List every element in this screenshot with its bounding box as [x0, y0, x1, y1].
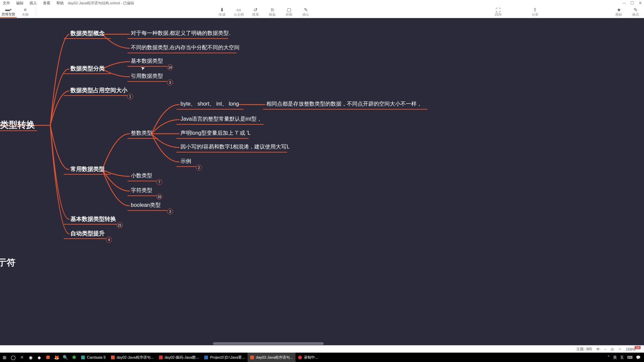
node-i2[interactable]: Java语言的整型常量默认是int型， [179, 116, 263, 124]
badge-booltype[interactable]: 3 [167, 208, 173, 215]
toolbar: ▬▪ 思维导图 ≡ 大纲 ⬇生成 ▭云文档 ↺联系 ⎘框架 ▢外框 ✎插云 ⛶Z… [0, 6, 644, 18]
close-icon[interactable]: ✕ [639, 1, 642, 5]
zoom-in-icon[interactable]: ＋ [618, 346, 622, 352]
node-dectype[interactable]: 小数类型 [129, 172, 154, 180]
zoom-out-icon[interactable]: − [604, 347, 606, 352]
topic-count: 主题: 385 [576, 347, 592, 352]
taskbar-item-ppt[interactable]: day02-疯码-Java数... [156, 353, 202, 362]
outline-icon: ≡ [24, 7, 26, 12]
badge-i5[interactable]: 2 [196, 165, 202, 171]
search-icon[interactable]: 🔍 [61, 355, 70, 360]
tool-zen[interactable]: ⛶ZEN [490, 6, 506, 18]
taskbar: ⊞ ◯ ⌗ ◉ ◆ 🦊 🔍 Camtasia 9 day02-Java程序语句.… [0, 353, 644, 362]
app-icon-1[interactable]: ◆ [35, 355, 44, 360]
star-icon: ★ [617, 7, 621, 12]
node-inttype[interactable]: 整数类型 [129, 130, 154, 138]
zoom-reset-icon[interactable]: ◎ [610, 347, 614, 352]
taskbar-item-ide[interactable]: Project3 [D:\Java零... [202, 353, 248, 362]
start-icon[interactable]: ⊞ [0, 355, 9, 360]
maximize-icon[interactable]: ☐ [630, 1, 634, 5]
badge-basic[interactable]: 14 [167, 64, 173, 70]
node-c2[interactable]: 不同的数据类型,在内存当中分配不同的大空间 [129, 44, 241, 52]
statusbar: 主题: 385 👁 − ◎ ＋ 169%15 [0, 345, 644, 353]
cortana-icon[interactable]: ◯ [9, 355, 17, 360]
tab-mindmap[interactable]: ▬▪ 思维导图 [0, 6, 17, 18]
node-autoup[interactable]: 自动类型提升 [69, 230, 106, 238]
tray-chevron-icon[interactable]: ˄ [608, 355, 610, 360]
taskbar-item-xmind[interactable]: day02-Java程序语句... [108, 353, 156, 362]
node-classify[interactable]: 数据类型分类 [69, 65, 106, 73]
node-i4[interactable]: 因小写的l容易和数字1相混淆，建议使用大写L [179, 143, 291, 152]
chrome-icon[interactable]: ◉ [26, 355, 35, 360]
firefox-icon[interactable]: 🦊 [52, 355, 61, 360]
node-ref[interactable]: 引用数据类型 [129, 73, 164, 81]
menu-edit[interactable]: 编辑 [16, 1, 23, 6]
badge-space[interactable]: 1 [127, 94, 133, 100]
ime-mode[interactable]: 五 [620, 355, 624, 360]
node-i1[interactable]: byte、 short、 int、 long [179, 101, 240, 109]
titlebar: 文件 编辑 插入 查看 帮助 day02-Java程序语句结构.xmind - … [0, 0, 644, 6]
taskbar-item-camtasia[interactable]: Camtasia 9 [78, 353, 108, 362]
brush-icon: ✎ [634, 7, 638, 12]
tool-frame[interactable]: ⎘框架 [264, 7, 281, 17]
menu-insert[interactable]: 插入 [30, 1, 37, 6]
notification-icon[interactable]: 💬 [636, 355, 641, 360]
mindmap-icon: ▬▪ [5, 7, 12, 12]
node-i1b[interactable]: 相同点都是存放整数类型的数据，不同点开辟的空间大小不一样， [265, 101, 423, 109]
tool-cloud[interactable]: ▭云文档 [230, 7, 247, 17]
menu-help[interactable]: 帮助 [56, 1, 64, 6]
menu-view[interactable]: 查看 [43, 1, 50, 6]
ime-lang[interactable]: 英 [613, 355, 617, 360]
document-title: day02-Java程序语句结构.xmind - 已编辑 [68, 1, 134, 6]
taskview-icon[interactable]: ⌗ [17, 355, 26, 360]
node-convert[interactable]: 基本数据类型转换 [69, 215, 117, 224]
node-i3[interactable]: 声明long型变量后加上 'l' 或 'L [179, 130, 252, 138]
badge-ref[interactable]: 3 [167, 79, 173, 85]
taskbar-item-xmind2[interactable]: day02-Java程序语句... [248, 353, 296, 362]
badge-dectype[interactable]: 7 [156, 179, 162, 185]
root-node[interactable]: 居类型转换 [0, 119, 36, 132]
minimize-icon[interactable]: ─ [623, 1, 626, 5]
node-booltype[interactable]: boolean类型 [129, 202, 162, 210]
eye-icon[interactable]: 👁 [596, 347, 600, 352]
tab-outline[interactable]: ≡ 大纲 [17, 6, 34, 18]
badge-convert[interactable]: 21 [117, 222, 123, 228]
menu-file[interactable]: 文件 [3, 1, 10, 6]
mindmap-canvas[interactable]: 居类型转换 亍符 数据类型概念 数据类型分类 数据类型占用空间大小 1 常用数据… [0, 18, 644, 345]
tool-record[interactable]: ⬇生成 [214, 7, 230, 17]
app-icon-2[interactable] [44, 355, 52, 360]
tool-edge[interactable]: ▢外框 [281, 7, 298, 17]
tool-link[interactable]: ↺联系 [247, 7, 264, 17]
tool-icon[interactable]: ★图标 [610, 6, 627, 18]
taskbar-item-record[interactable]: 录制中... [296, 353, 321, 362]
partial-node[interactable]: 亍符 [0, 257, 15, 268]
node-basic[interactable]: 基本数据类型 [129, 58, 164, 66]
keyboard-icon[interactable]: ⌨ [627, 355, 633, 360]
app-icon-3[interactable] [70, 355, 78, 360]
menubar: 文件 编辑 插入 查看 帮助 [3, 1, 64, 6]
tool-style[interactable]: ✎格式 [627, 6, 644, 18]
node-chartype[interactable]: 字符类型 [129, 187, 154, 195]
expand-icon: ⛶ [496, 7, 500, 13]
h-scrollbar[interactable] [0, 342, 644, 345]
node-c1[interactable]: 对于每一种数据,都定义了明确的数据类型. [129, 30, 232, 38]
node-space[interactable]: 数据类型占用空间大小 [69, 86, 129, 95]
node-concept[interactable]: 数据类型概念 [69, 29, 106, 38]
tool-insert-cloud[interactable]: ✎插云 [298, 7, 314, 17]
node-common[interactable]: 常用数据类型 [69, 165, 106, 174]
share-icon: ⇪ [533, 7, 537, 12]
node-i5[interactable]: 示例 [179, 158, 193, 166]
badge-chartype[interactable]: 16 [156, 194, 162, 200]
badge-autoup[interactable]: 4 [106, 237, 112, 243]
system-tray[interactable]: ˄ 英 五 ⌨ 💬 [604, 355, 644, 360]
tool-share[interactable]: ⇪分享 [527, 6, 543, 18]
zoom-level[interactable]: 169%15 [626, 347, 641, 351]
